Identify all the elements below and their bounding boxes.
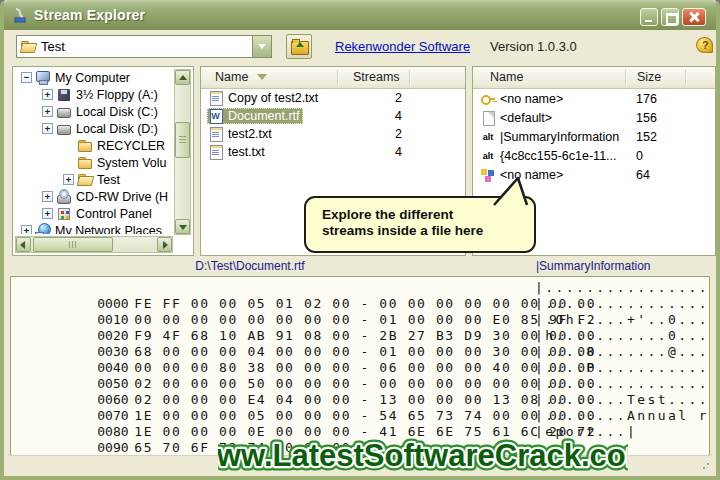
maximize-button[interactable] <box>661 8 679 26</box>
tree-item[interactable]: + CD-RW Drive (H <box>15 188 172 205</box>
window-title: Stream Explorer <box>34 7 145 23</box>
tree-item[interactable]: + Local Disk (D:) <box>15 120 172 137</box>
tree-item[interactable]: + My Network Places <box>15 222 172 234</box>
column-separator[interactable] <box>409 70 411 85</box>
folder-open-icon <box>77 172 93 188</box>
hex-row: 0020F9 4F 68 10 AB 91 08 00 - 2B 27 B3 D… <box>19 312 709 328</box>
streams-list-header: Name Size <box>473 67 715 89</box>
vendor-link[interactable]: Rekenwonder Software <box>335 39 470 54</box>
hex-ascii: |........Annual r| <box>535 408 710 424</box>
expander-icon[interactable]: + <box>42 208 53 219</box>
up-one-level-button[interactable] <box>286 34 312 59</box>
hex-row: 0000FE FF 00 00 05 01 02 00 - 00 00 00 0… <box>19 280 709 296</box>
stream-row[interactable]: <no name> 176 <box>474 89 714 108</box>
resize-grip-icon[interactable] <box>700 460 710 470</box>
hex-row: 006002 00 00 00 E4 04 00 00 - 13 00 00 0… <box>19 376 709 392</box>
close-button[interactable] <box>682 8 706 26</box>
hex-ascii: |....P...........| <box>535 360 710 376</box>
tree-horizontal-scrollbar[interactable] <box>15 236 173 253</box>
folder-icon <box>77 138 93 154</box>
tree-item[interactable]: System Volu <box>15 154 172 171</box>
alt-icon: alt <box>480 129 496 145</box>
title-bar[interactable]: Stream Explorer <box>4 0 716 30</box>
text-file-icon <box>208 144 224 160</box>
tree-item[interactable]: + Local Disk (C:) <box>15 103 172 120</box>
stream-size: 64 <box>636 168 680 182</box>
hex-bytes: 65 70 6F 72 74 00 00 00 <box>134 440 351 455</box>
toolbar: Test Rekenwonder Software Version 1.0.3.… <box>4 30 716 64</box>
hex-ascii: |................| <box>535 376 710 392</box>
streams-count: 2 <box>366 91 402 105</box>
tree-item[interactable]: + Test <box>15 171 172 188</box>
tree-vertical-scrollbar[interactable] <box>174 69 191 235</box>
combobox-dropdown-button[interactable] <box>252 36 271 57</box>
scroll-thumb[interactable] <box>33 237 113 252</box>
tree-item[interactable]: − My Computer <box>15 69 172 86</box>
stream-row[interactable]: alt {4c8cc155-6c1e-11... 0 <box>474 146 714 165</box>
stream-size: 156 <box>636 111 680 125</box>
tree-item[interactable]: RECYCLER <box>15 137 172 154</box>
minimize-button[interactable] <box>640 8 658 26</box>
stream-row[interactable]: <default> 156 <box>474 108 714 127</box>
network-icon <box>35 223 51 235</box>
hex-ascii: |................| <box>535 280 710 296</box>
column-header-streams[interactable]: Streams <box>353 70 400 84</box>
column-header-name[interactable]: Name <box>490 70 523 84</box>
text-file-icon <box>208 126 224 142</box>
hex-viewer[interactable]: 0000FE FF 00 00 05 01 02 00 - 00 00 00 0… <box>10 276 710 456</box>
hex-ascii: |................| <box>535 296 710 312</box>
hex-ascii: |h...........0...| <box>535 328 710 344</box>
scroll-up-button[interactable] <box>175 70 190 85</box>
expander-icon[interactable]: − <box>21 72 32 83</box>
computer-icon <box>35 70 51 86</box>
cdrom-icon <box>56 189 72 205</box>
streams-count: 2 <box>366 127 402 141</box>
page-icon <box>480 110 496 126</box>
expander-icon[interactable]: + <box>42 191 53 202</box>
scroll-left-button[interactable] <box>16 237 31 252</box>
word-file-icon <box>208 108 224 124</box>
expander-icon[interactable]: + <box>63 174 74 185</box>
up-arrow-icon <box>296 38 304 47</box>
expander-icon[interactable]: + <box>21 225 32 234</box>
callout-text-line2: streams inside a file here <box>322 223 534 239</box>
expander-icon[interactable]: + <box>42 89 53 100</box>
floppy-icon <box>56 87 72 103</box>
folder-tree-panel: − My Computer + 3½ Floppy (A:) + Local D… <box>12 66 194 256</box>
scroll-thumb[interactable] <box>175 122 190 158</box>
hex-address: 0090 <box>97 440 128 456</box>
file-row[interactable]: test2.txt 2 <box>202 125 464 143</box>
file-row[interactable]: Copy of test2.txt 2 <box>202 89 464 107</box>
folder-combobox[interactable]: Test <box>16 35 272 58</box>
status-bar <box>8 455 712 472</box>
file-row[interactable]: test.txt 4 <box>202 143 464 161</box>
stream-row[interactable]: alt |SummaryInformation 152 <box>474 127 714 146</box>
streams-count: 4 <box>366 109 402 123</box>
column-separator[interactable] <box>337 70 339 85</box>
column-header-name[interactable]: Name <box>215 70 248 84</box>
alt-icon: alt <box>480 148 496 164</box>
key-icon <box>480 91 496 107</box>
hex-row: 00701E 00 00 00 05 00 00 00 - 54 65 73 7… <box>19 392 709 408</box>
file-row[interactable]: Document.rtf 4 <box>202 107 464 125</box>
hex-header: D:\Test\Document.rtf |SummaryInformation <box>10 257 710 275</box>
tree-item[interactable]: + Control Panel <box>15 205 172 222</box>
folder-tree: − My Computer + 3½ Floppy (A:) + Local D… <box>15 69 172 234</box>
folder-open-icon <box>20 39 36 55</box>
column-separator[interactable] <box>685 70 687 85</box>
column-separator[interactable] <box>625 70 627 85</box>
hex-ascii: |.Oh.....+'..0...| <box>535 312 710 328</box>
help-icon[interactable] <box>696 37 713 53</box>
scroll-down-button[interactable] <box>175 219 190 234</box>
expander-icon[interactable]: + <box>42 123 53 134</box>
screenshot: Stream Explorer Test Rekenwonder Softwar… <box>0 0 720 480</box>
files-list-header: Name Streams <box>201 67 465 89</box>
column-header-size[interactable]: Size <box>637 70 661 84</box>
streams-count: 4 <box>366 145 402 159</box>
expander-icon[interactable]: + <box>42 106 53 117</box>
version-label: Version 1.0.3.0 <box>490 39 577 54</box>
hex-file-path: D:\Test\Document.rtf <box>10 259 490 273</box>
hex-row: 00801E 00 00 00 0E 00 00 00 - 41 6E 6E 7… <box>19 408 709 424</box>
scroll-right-button[interactable] <box>157 237 172 252</box>
tree-item[interactable]: + 3½ Floppy (A:) <box>15 86 172 103</box>
